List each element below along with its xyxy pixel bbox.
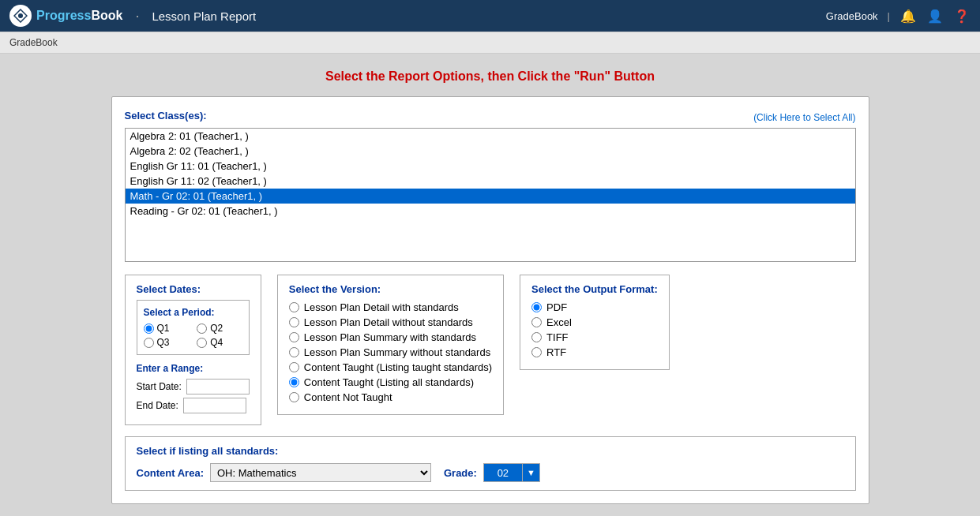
grade-group: Grade: ▼ (444, 463, 540, 482)
period-q1-radio[interactable] (144, 323, 154, 334)
period-q1[interactable]: Q1 (144, 323, 190, 334)
report-header: Select the Report Options, then Click th… (32, 69, 948, 84)
bell-icon[interactable]: 🔔 (899, 7, 917, 24)
gradebook-nav-label: GradeBook (826, 10, 878, 22)
class-listbox[interactable]: Algebra 2: 01 (Teacher1, ) Algebra 2: 02… (125, 128, 856, 262)
nav-left: ProgressBook · Lesson Plan Report (9, 5, 256, 27)
version-v2[interactable]: Lesson Plan Detail without standards (289, 316, 492, 328)
version-v6-radio[interactable] (289, 377, 299, 387)
version-v1[interactable]: Lesson Plan Detail with standards (289, 301, 492, 313)
output-label: Select the Output Format: (531, 283, 658, 295)
page-title: Lesson Plan Report (152, 9, 256, 23)
version-v1-radio[interactable] (289, 302, 299, 312)
output-excel-radio[interactable] (531, 317, 542, 327)
logo-area: ProgressBook (9, 5, 122, 27)
logo-icon (9, 5, 32, 27)
list-item-selected[interactable]: Math - Gr 02: 01 (Teacher1, ) (126, 189, 855, 204)
report-container: Select Class(es): (Click Here to Select … (111, 96, 869, 504)
output-tiff-radio[interactable] (531, 332, 542, 342)
period-label: Select a Period: (144, 307, 242, 318)
output-pdf-radio[interactable] (531, 302, 542, 312)
version-v3[interactable]: Lesson Plan Summary with standards (289, 331, 492, 343)
start-date-label: Start Date: (137, 381, 182, 392)
output-excel[interactable]: Excel (531, 316, 658, 328)
period-q4-radio[interactable] (197, 338, 207, 348)
version-label: Select the Version: (289, 283, 492, 295)
version-v2-radio[interactable] (289, 317, 299, 327)
grade-label: Grade: (444, 467, 477, 479)
version-v7[interactable]: Content Not Taught (289, 391, 492, 403)
version-v4[interactable]: Lesson Plan Summary without standards (289, 346, 492, 358)
period-q3[interactable]: Q3 (144, 337, 190, 348)
svg-point-0 (18, 13, 23, 18)
end-date-row: End Date: (137, 398, 250, 413)
period-box: Select a Period: Q1 Q2 Q3 Q4 (137, 300, 250, 355)
standards-label: Select if listing all standards: (137, 445, 844, 457)
standards-section: Select if listing all standards: Content… (125, 436, 856, 491)
output-panel: Select the Output Format: PDF Excel TIFF… (520, 275, 670, 370)
list-item[interactable]: Algebra 2: 02 (Teacher1, ) (126, 144, 855, 159)
grade-input[interactable] (483, 463, 523, 482)
range-label: Enter a Range: (137, 363, 250, 374)
content-area-group: Content Area: OH: Mathematics (137, 463, 431, 482)
output-tiff[interactable]: TIFF (531, 331, 658, 343)
breadcrumb-label: GradeBook (9, 37, 58, 48)
breadcrumb: GradeBook (0, 32, 980, 54)
grade-select-wrapper: ▼ (483, 463, 540, 482)
class-selection-header: Select Class(es): (Click Here to Select … (125, 110, 856, 125)
nav-separator: · (135, 8, 139, 24)
logo-text: ProgressBook (36, 9, 122, 23)
version-v5-radio[interactable] (289, 362, 299, 372)
version-panel: Select the Version: Lesson Plan Detail w… (277, 275, 504, 415)
range-box: Enter a Range: Start Date: End Date: (137, 363, 250, 413)
list-item[interactable]: Reading - Gr 02: 01 (Teacher1, ) (126, 204, 855, 219)
dates-panel: Select Dates: Select a Period: Q1 Q2 Q3 (125, 275, 261, 425)
version-v3-radio[interactable] (289, 332, 299, 342)
list-item[interactable]: Algebra 2: 01 (Teacher1, ) (126, 129, 855, 144)
start-date-row: Start Date: (137, 379, 250, 394)
period-q3-radio[interactable] (144, 338, 154, 348)
version-v7-radio[interactable] (289, 392, 299, 402)
output-pdf[interactable]: PDF (531, 301, 658, 313)
period-q2-radio[interactable] (197, 323, 207, 334)
user-icon[interactable]: 👤 (926, 7, 944, 24)
content-area-label: Content Area: (137, 467, 204, 479)
help-icon[interactable]: ❓ (953, 7, 971, 24)
period-q2[interactable]: Q2 (197, 323, 242, 334)
version-v4-radio[interactable] (289, 347, 299, 357)
list-item[interactable]: English Gr 11: 01 (Teacher1, ) (126, 159, 855, 174)
nav-right: GradeBook | 🔔 👤 ❓ (826, 7, 971, 24)
content-area-select[interactable]: OH: Mathematics (210, 463, 431, 482)
main-content: Select the Report Options, then Click th… (0, 54, 980, 516)
grade-dropdown-btn[interactable]: ▼ (523, 463, 540, 482)
select-all-link[interactable]: (Click Here to Select All) (753, 112, 855, 123)
top-navigation: ProgressBook · Lesson Plan Report GradeB… (0, 0, 980, 32)
start-date-input[interactable] (186, 379, 250, 394)
list-item[interactable]: English Gr 11: 02 (Teacher1, ) (126, 174, 855, 189)
end-date-label: End Date: (137, 400, 178, 411)
output-rtf[interactable]: RTF (531, 346, 658, 358)
period-q4[interactable]: Q4 (197, 337, 242, 348)
version-v6[interactable]: Content Taught (Listing all standards) (289, 376, 492, 388)
dates-label: Select Dates: (137, 283, 250, 295)
period-grid: Q1 Q2 Q3 Q4 (144, 323, 242, 348)
class-section-label: Select Class(es): (125, 110, 207, 122)
end-date-input[interactable] (183, 398, 246, 413)
standards-row: Content Area: OH: Mathematics Grade: ▼ (137, 463, 844, 482)
options-row: Select Dates: Select a Period: Q1 Q2 Q3 (125, 275, 856, 425)
output-rtf-radio[interactable] (531, 347, 542, 357)
version-v5[interactable]: Content Taught (Listing taught standards… (289, 361, 492, 373)
nav-right-separator: | (888, 10, 890, 22)
